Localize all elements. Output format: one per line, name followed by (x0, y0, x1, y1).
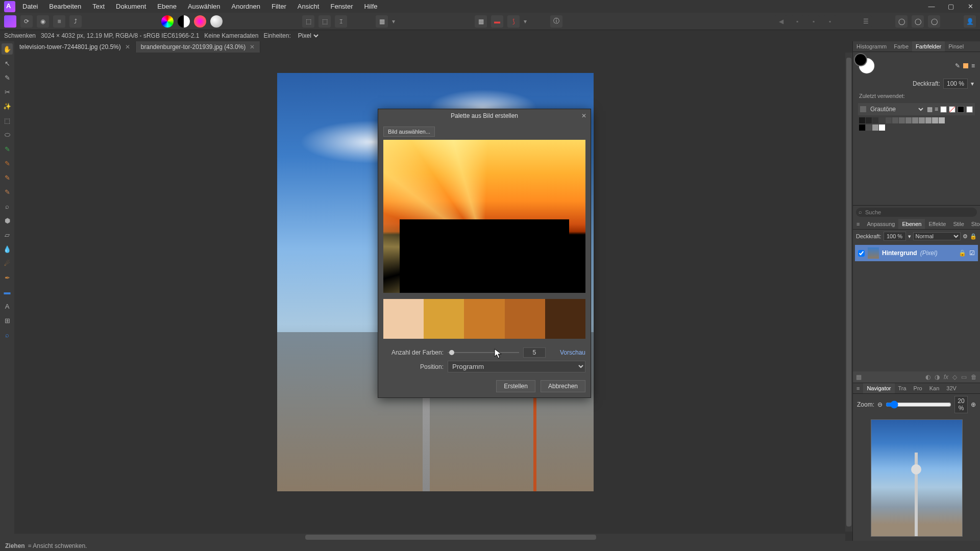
eyedropper-icon[interactable]: ✎ (955, 62, 960, 69)
swatch[interactable] (899, 117, 905, 123)
marquee-tool[interactable]: ⬚ (2, 115, 13, 126)
tag-icon[interactable]: ◇ (952, 373, 957, 381)
layer-locked-icon[interactable]: 🔒 (959, 249, 966, 257)
layer-check-icon[interactable]: ☑ (969, 249, 975, 257)
panel-tab-pro[interactable]: Pro (910, 383, 926, 393)
swatch[interactable] (872, 117, 878, 123)
fg-bg-color[interactable] (858, 57, 875, 74)
preview-link[interactable]: Vorschau (560, 349, 585, 356)
nav-2-icon[interactable]: ▪ (807, 15, 820, 28)
palette-swatch[interactable] (464, 299, 504, 339)
document-tab[interactable]: brandenburger-tor-201939.jpg (43.0%)✕ (136, 41, 260, 53)
swatch[interactable] (886, 117, 892, 123)
horizontal-scrollbar[interactable] (14, 534, 845, 541)
units-select[interactable]: Pixel (296, 32, 320, 40)
menu-ansicht[interactable]: Ansicht (298, 3, 320, 10)
panel-tab-navigator[interactable]: Navigator (863, 383, 894, 393)
hue-icon[interactable] (194, 15, 206, 28)
info-icon[interactable]: ⓘ (550, 15, 562, 28)
position-select[interactable]: Programm (448, 361, 585, 372)
panel-tab-32v[interactable]: 32V (943, 383, 960, 393)
panel-tab-stock[interactable]: Stock (968, 219, 980, 229)
zoom-in-icon[interactable]: ⊕ (971, 401, 976, 408)
gear-icon[interactable]: ⚙ (963, 233, 968, 240)
brush-tool[interactable]: ✎ (2, 72, 13, 83)
shape-tool[interactable]: ▬ (2, 286, 13, 297)
panel-tab-kan[interactable]: Kan (926, 383, 943, 393)
mini-sw-none[interactable] (940, 106, 947, 113)
chevron-down-icon[interactable]: ▾ (908, 233, 911, 240)
delete-icon[interactable]: 🗑 (971, 373, 977, 381)
nav-1-icon[interactable]: ▪ (791, 15, 803, 28)
healing-tool[interactable]: ✎ (2, 172, 13, 183)
mask-icon[interactable]: ◐ (925, 373, 930, 381)
share-icon[interactable]: ⤴ (69, 15, 82, 28)
retouch-tool[interactable]: ✎ (2, 186, 13, 197)
navigator-thumbnail[interactable] (871, 419, 963, 537)
lasso-tool[interactable]: ⬭ (2, 129, 13, 140)
panel-tab-farbe[interactable]: Farbe (890, 41, 912, 52)
panel-tab-histogramm[interactable]: Histogramm (853, 41, 890, 52)
menu-dokument[interactable]: Dokument (116, 3, 146, 10)
minimize-button[interactable]: — (922, 0, 941, 13)
pin-icon[interactable]: ⟆ (507, 15, 520, 28)
select-image-button[interactable]: Bild auswählen... (383, 127, 435, 137)
folder-icon[interactable]: ▭ (961, 373, 967, 381)
flag-red-icon[interactable]: ▬ (491, 15, 503, 28)
fx-icon[interactable]: fx (944, 373, 948, 381)
mini-sw-white[interactable] (966, 106, 973, 113)
menu-text[interactable]: Text (92, 3, 105, 10)
crop-tool[interactable]: ✂ (2, 86, 13, 97)
bars-icon[interactable]: ≡ (53, 15, 65, 28)
panel-tab-effekte[interactable]: Effekte (925, 219, 949, 229)
swatch[interactable] (872, 124, 878, 131)
create-button[interactable]: Erstellen (496, 380, 535, 392)
panel-tab-farbfelder[interactable]: Farbfelder (912, 41, 945, 52)
maximize-button[interactable]: ▢ (941, 0, 961, 13)
close-window-button[interactable]: ✕ (961, 0, 980, 13)
menu-anordnen[interactable]: Anordnen (232, 3, 260, 10)
swatch-set-select[interactable]: Grautöne (868, 105, 925, 113)
layers-view-icon[interactable]: ▦ (856, 373, 862, 381)
panel-tab-pinsel[interactable]: Pinsel (945, 41, 967, 52)
swatch[interactable] (866, 124, 872, 131)
cancel-button[interactable]: Abbrechen (541, 380, 585, 392)
smudge-tool[interactable]: ☄ (2, 258, 13, 269)
swatch[interactable] (925, 117, 932, 123)
user-icon[interactable]: 👤 (964, 15, 976, 28)
drop-tool[interactable]: 💧 (2, 243, 13, 255)
selection-rect-icon[interactable]: ⬚ (302, 15, 314, 28)
color-count-value[interactable]: 5 (523, 347, 546, 358)
zoom-slider[interactable] (886, 400, 951, 409)
panel-tab-tra[interactable]: Tra (895, 383, 910, 393)
swatch[interactable] (879, 124, 885, 131)
wand-tool[interactable]: ✨ (2, 101, 13, 112)
menu-datei[interactable]: Datei (22, 3, 38, 10)
swatch[interactable] (859, 124, 865, 131)
cube-icon[interactable]: ◉ (37, 15, 49, 28)
panel-hamburger-icon[interactable]: ≡ (853, 219, 863, 229)
sphere-icon[interactable] (210, 15, 223, 28)
menu-ebene[interactable]: Ebene (157, 3, 177, 10)
adjustment-icon[interactable]: ◑ (935, 373, 940, 381)
move-tool[interactable]: ↖ (2, 58, 13, 69)
color-count-slider[interactable] (448, 349, 519, 356)
menu-filter[interactable]: Filter (272, 3, 286, 10)
zoom-tool[interactable]: ⌕ (2, 201, 13, 212)
swatch[interactable] (932, 117, 938, 123)
pan-tool[interactable]: ✋ (2, 43, 13, 55)
tab-close-icon[interactable]: ✕ (125, 43, 130, 51)
mini-sw-black[interactable] (958, 106, 964, 113)
swatch[interactable] (905, 117, 912, 123)
chevron-down-icon[interactable]: ▾ (971, 80, 974, 87)
document-tab[interactable]: television-tower-7244801.jpg (20.5%)✕ (14, 41, 136, 53)
menu-bars-icon[interactable]: ☰ (860, 15, 872, 28)
dialog-close-icon[interactable]: ✕ (581, 112, 586, 119)
swatch[interactable] (866, 117, 872, 123)
panel-tab-stile[interactable]: Stile (949, 219, 967, 229)
layer-visible-checkbox[interactable] (858, 250, 865, 257)
text-tool[interactable]: A (2, 300, 13, 312)
clone-tool[interactable]: ✎ (2, 158, 13, 169)
palette-swatch[interactable] (424, 299, 464, 339)
circle2-icon[interactable]: ◯ (912, 15, 924, 28)
